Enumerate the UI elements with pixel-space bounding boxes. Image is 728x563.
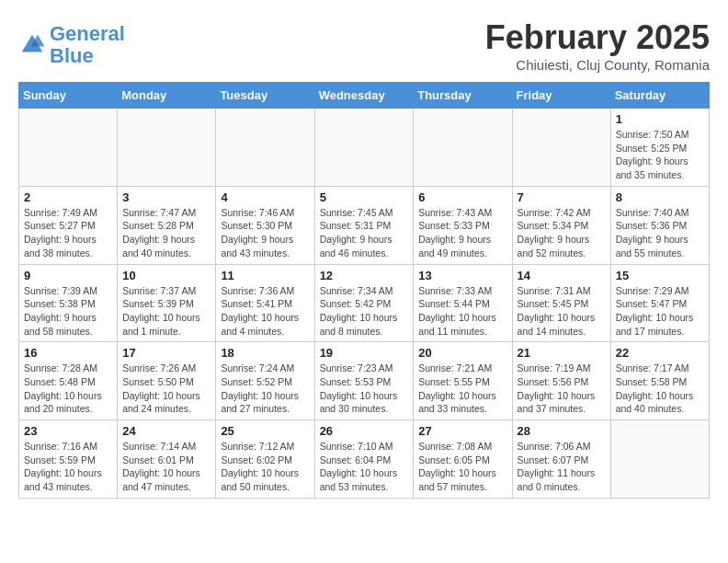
day-info: Sunrise: 7:34 AM Sunset: 5:42 PM Dayligh… bbox=[320, 284, 409, 339]
day-number: 15 bbox=[616, 269, 704, 282]
week-row-2: 2Sunrise: 7:49 AM Sunset: 5:27 PM Daylig… bbox=[19, 186, 710, 264]
calendar-cell bbox=[19, 109, 118, 187]
day-info: Sunrise: 7:43 AM Sunset: 5:33 PM Dayligh… bbox=[418, 206, 506, 260]
week-row-5: 23Sunrise: 7:16 AM Sunset: 5:59 PM Dayli… bbox=[19, 420, 710, 499]
week-row-3: 9Sunrise: 7:39 AM Sunset: 5:38 PM Daylig… bbox=[19, 264, 710, 342]
day-info: Sunrise: 7:42 AM Sunset: 5:34 PM Dayligh… bbox=[518, 206, 606, 260]
calendar-cell: 11Sunrise: 7:36 AM Sunset: 5:41 PM Dayli… bbox=[216, 264, 314, 342]
location: Chiuiesti, Cluj County, Romania bbox=[485, 57, 710, 73]
day-number: 5 bbox=[320, 190, 409, 204]
calendar-cell: 19Sunrise: 7:23 AM Sunset: 5:53 PM Dayli… bbox=[314, 342, 414, 420]
day-info: Sunrise: 7:31 AM Sunset: 5:45 PM Dayligh… bbox=[518, 284, 606, 339]
day-number: 19 bbox=[320, 346, 409, 360]
day-info: Sunrise: 7:06 AM Sunset: 6:07 PM Dayligh… bbox=[518, 440, 606, 494]
weekday-header-thursday: Thursday bbox=[414, 83, 512, 109]
calendar-cell: 28Sunrise: 7:06 AM Sunset: 6:07 PM Dayli… bbox=[512, 420, 610, 499]
weekday-header-sunday: Sunday bbox=[19, 83, 118, 109]
calendar-cell: 3Sunrise: 7:47 AM Sunset: 5:28 PM Daylig… bbox=[118, 186, 216, 264]
day-number: 21 bbox=[518, 346, 606, 360]
day-number: 12 bbox=[320, 269, 409, 282]
day-number: 16 bbox=[24, 346, 112, 360]
calendar-cell: 9Sunrise: 7:39 AM Sunset: 5:38 PM Daylig… bbox=[19, 264, 118, 342]
day-number: 18 bbox=[221, 346, 309, 360]
calendar-cell: 25Sunrise: 7:12 AM Sunset: 6:02 PM Dayli… bbox=[216, 420, 314, 499]
weekday-header-row: SundayMondayTuesdayWednesdayThursdayFrid… bbox=[19, 83, 710, 109]
calendar-cell: 4Sunrise: 7:46 AM Sunset: 5:30 PM Daylig… bbox=[216, 186, 314, 264]
day-info: Sunrise: 7:17 AM Sunset: 5:58 PM Dayligh… bbox=[616, 362, 704, 416]
week-row-4: 16Sunrise: 7:28 AM Sunset: 5:48 PM Dayli… bbox=[19, 342, 710, 420]
calendar-cell: 1Sunrise: 7:50 AM Sunset: 5:25 PM Daylig… bbox=[610, 109, 709, 187]
day-number: 4 bbox=[221, 190, 309, 204]
calendar-cell: 5Sunrise: 7:45 AM Sunset: 5:31 PM Daylig… bbox=[314, 186, 414, 264]
calendar-cell: 8Sunrise: 7:40 AM Sunset: 5:36 PM Daylig… bbox=[610, 186, 709, 264]
calendar-cell bbox=[512, 109, 610, 187]
calendar: SundayMondayTuesdayWednesdayThursdayFrid… bbox=[18, 82, 710, 499]
day-number: 24 bbox=[122, 424, 210, 438]
day-info: Sunrise: 7:33 AM Sunset: 5:44 PM Dayligh… bbox=[418, 284, 506, 339]
day-info: Sunrise: 7:49 AM Sunset: 5:27 PM Dayligh… bbox=[24, 206, 112, 260]
weekday-header-saturday: Saturday bbox=[610, 83, 709, 109]
day-info: Sunrise: 7:37 AM Sunset: 5:39 PM Dayligh… bbox=[122, 284, 210, 339]
weekday-header-monday: Monday bbox=[118, 83, 216, 109]
day-info: Sunrise: 7:24 AM Sunset: 5:52 PM Dayligh… bbox=[221, 362, 309, 416]
day-info: Sunrise: 7:36 AM Sunset: 5:41 PM Dayligh… bbox=[221, 284, 309, 339]
calendar-cell: 2Sunrise: 7:49 AM Sunset: 5:27 PM Daylig… bbox=[19, 186, 118, 264]
logo-line1: General bbox=[50, 22, 125, 45]
day-number: 22 bbox=[616, 346, 704, 360]
calendar-cell bbox=[216, 109, 314, 187]
day-number: 10 bbox=[122, 269, 210, 282]
month-title: February 2025 bbox=[485, 18, 710, 57]
day-number: 7 bbox=[518, 190, 606, 204]
day-info: Sunrise: 7:23 AM Sunset: 5:53 PM Dayligh… bbox=[320, 362, 409, 416]
calendar-cell: 13Sunrise: 7:33 AM Sunset: 5:44 PM Dayli… bbox=[414, 264, 512, 342]
day-number: 2 bbox=[24, 190, 112, 204]
day-info: Sunrise: 7:16 AM Sunset: 5:59 PM Dayligh… bbox=[24, 440, 112, 494]
calendar-cell: 12Sunrise: 7:34 AM Sunset: 5:42 PM Dayli… bbox=[314, 264, 414, 342]
logo: General Blue bbox=[18, 23, 125, 67]
day-info: Sunrise: 7:28 AM Sunset: 5:48 PM Dayligh… bbox=[24, 362, 112, 416]
day-number: 9 bbox=[24, 269, 112, 282]
calendar-cell: 10Sunrise: 7:37 AM Sunset: 5:39 PM Dayli… bbox=[118, 264, 216, 342]
day-number: 14 bbox=[518, 269, 606, 282]
calendar-cell: 7Sunrise: 7:42 AM Sunset: 5:34 PM Daylig… bbox=[512, 186, 610, 264]
calendar-cell: 23Sunrise: 7:16 AM Sunset: 5:59 PM Dayli… bbox=[19, 420, 118, 499]
day-number: 8 bbox=[616, 190, 704, 204]
calendar-cell: 26Sunrise: 7:10 AM Sunset: 6:04 PM Dayli… bbox=[314, 420, 414, 499]
day-number: 23 bbox=[24, 424, 112, 438]
weekday-header-wednesday: Wednesday bbox=[314, 83, 414, 109]
calendar-cell bbox=[118, 109, 216, 187]
day-info: Sunrise: 7:14 AM Sunset: 6:01 PM Dayligh… bbox=[122, 440, 210, 494]
day-number: 6 bbox=[418, 190, 506, 204]
calendar-cell bbox=[610, 420, 709, 499]
day-number: 25 bbox=[221, 424, 309, 438]
day-info: Sunrise: 7:10 AM Sunset: 6:04 PM Dayligh… bbox=[320, 440, 409, 494]
day-info: Sunrise: 7:47 AM Sunset: 5:28 PM Dayligh… bbox=[122, 206, 210, 260]
day-number: 20 bbox=[418, 346, 506, 360]
calendar-cell: 6Sunrise: 7:43 AM Sunset: 5:33 PM Daylig… bbox=[414, 186, 512, 264]
calendar-cell: 16Sunrise: 7:28 AM Sunset: 5:48 PM Dayli… bbox=[19, 342, 118, 420]
day-number: 28 bbox=[518, 424, 606, 438]
day-info: Sunrise: 7:19 AM Sunset: 5:56 PM Dayligh… bbox=[518, 362, 606, 416]
calendar-cell bbox=[414, 109, 512, 187]
calendar-cell: 20Sunrise: 7:21 AM Sunset: 5:55 PM Dayli… bbox=[414, 342, 512, 420]
day-info: Sunrise: 7:21 AM Sunset: 5:55 PM Dayligh… bbox=[418, 362, 506, 416]
calendar-cell: 17Sunrise: 7:26 AM Sunset: 5:50 PM Dayli… bbox=[118, 342, 216, 420]
day-number: 13 bbox=[418, 269, 506, 282]
day-info: Sunrise: 7:46 AM Sunset: 5:30 PM Dayligh… bbox=[221, 206, 309, 260]
page-header: General Blue February 2025 Chiuiesti, Cl… bbox=[18, 18, 710, 73]
day-number: 1 bbox=[616, 112, 704, 126]
calendar-cell: 14Sunrise: 7:31 AM Sunset: 5:45 PM Dayli… bbox=[512, 264, 610, 342]
day-info: Sunrise: 7:39 AM Sunset: 5:38 PM Dayligh… bbox=[24, 284, 112, 339]
logo-line2: Blue bbox=[50, 44, 94, 67]
week-row-1: 1Sunrise: 7:50 AM Sunset: 5:25 PM Daylig… bbox=[19, 109, 710, 187]
calendar-cell: 27Sunrise: 7:08 AM Sunset: 6:05 PM Dayli… bbox=[414, 420, 512, 499]
calendar-cell bbox=[314, 109, 414, 187]
logo-icon bbox=[18, 31, 46, 59]
calendar-cell: 21Sunrise: 7:19 AM Sunset: 5:56 PM Dayli… bbox=[512, 342, 610, 420]
day-info: Sunrise: 7:12 AM Sunset: 6:02 PM Dayligh… bbox=[221, 440, 309, 494]
day-number: 27 bbox=[418, 424, 506, 438]
day-number: 3 bbox=[122, 190, 210, 204]
calendar-cell: 24Sunrise: 7:14 AM Sunset: 6:01 PM Dayli… bbox=[118, 420, 216, 499]
day-number: 26 bbox=[320, 424, 409, 438]
title-block: February 2025 Chiuiesti, Cluj County, Ro… bbox=[485, 18, 710, 73]
